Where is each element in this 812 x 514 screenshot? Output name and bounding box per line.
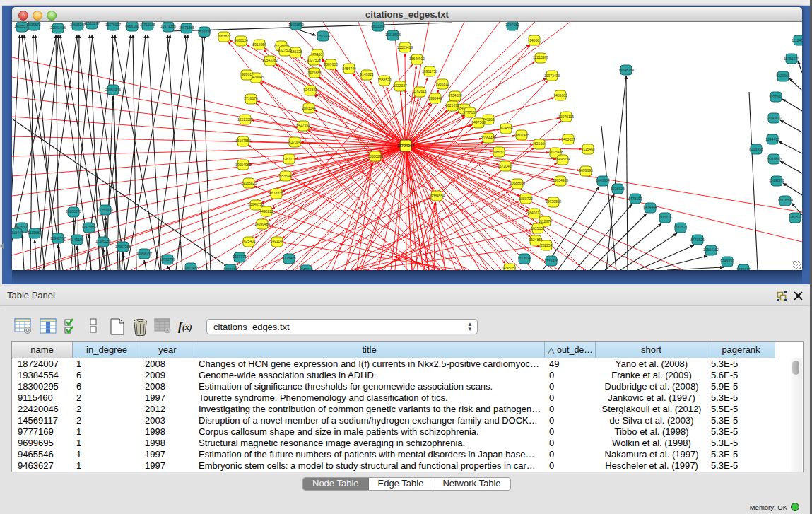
- svg-text:98961: 98961: [242, 72, 252, 76]
- svg-text:12975115: 12975115: [558, 115, 574, 119]
- svg-text:12093872: 12093872: [766, 116, 782, 120]
- svg-text:2087682: 2087682: [505, 23, 519, 27]
- svg-text:6479197: 6479197: [628, 197, 642, 201]
- svg-text:2035572: 2035572: [27, 23, 41, 27]
- svg-text:9777169: 9777169: [463, 110, 477, 115]
- svg-text:19756928: 19756928: [546, 199, 561, 204]
- svg-text:10654112: 10654112: [703, 247, 719, 252]
- svg-text:14808: 14808: [529, 38, 539, 42]
- svg-text:19635287: 19635287: [70, 23, 86, 27]
- svg-text:15692971: 15692971: [769, 178, 784, 182]
- svg-text:252254: 252254: [541, 243, 553, 247]
- svg-text:10046758: 10046758: [248, 202, 264, 206]
- svg-text:4498222: 4498222: [259, 209, 273, 214]
- svg-text:19384554: 19384554: [429, 194, 445, 198]
- svg-text:7485003: 7485003: [553, 93, 567, 98]
- svg-text:16495754: 16495754: [555, 157, 570, 161]
- svg-text:3267110: 3267110: [282, 157, 295, 161]
- svg-text:9227341: 9227341: [769, 95, 783, 99]
- svg-text:9203772: 9203772: [223, 267, 237, 270]
- svg-text:7663822: 7663822: [217, 34, 231, 38]
- svg-text:3475685: 3475685: [307, 71, 322, 75]
- svg-text:62160: 62160: [534, 141, 544, 146]
- svg-text:2803144: 2803144: [302, 106, 316, 110]
- svg-text:16782759: 16782759: [160, 257, 175, 262]
- svg-text:7886372: 7886372: [492, 150, 506, 154]
- svg-text:12942737: 12942737: [50, 236, 66, 240]
- svg-text:9524851: 9524851: [529, 238, 543, 242]
- svg-text:3915447: 3915447: [12, 230, 23, 235]
- svg-text:19218506: 19218506: [385, 33, 401, 37]
- svg-text:12505185: 12505185: [95, 239, 111, 243]
- svg-text:9657771: 9657771: [233, 255, 247, 259]
- svg-text:5938923: 5938923: [611, 187, 625, 191]
- svg-text:1588520: 1588520: [377, 78, 392, 82]
- svg-text:20691406: 20691406: [50, 25, 66, 30]
- svg-text:11124519: 11124519: [792, 38, 802, 42]
- svg-text:553594: 553594: [280, 174, 292, 178]
- svg-text:9245652: 9245652: [720, 259, 734, 263]
- svg-text:12923468: 12923468: [183, 266, 199, 270]
- svg-text:7515526: 7515526: [197, 30, 211, 34]
- svg-text:8813054: 8813054: [371, 24, 385, 28]
- svg-text:1621072: 1621072: [445, 103, 459, 107]
- svg-text:10719185: 10719185: [140, 23, 155, 27]
- svg-text:10807485: 10807485: [514, 133, 529, 137]
- svg-text:7632621: 7632621: [673, 225, 688, 229]
- svg-text:1244415: 1244415: [765, 137, 779, 141]
- svg-text:9699695: 9699695: [579, 168, 593, 173]
- svg-text:8471626: 8471626: [690, 238, 705, 242]
- svg-text:6466160: 6466160: [125, 24, 139, 28]
- svg-text:20053346: 20053346: [105, 88, 121, 92]
- svg-text:12213967: 12213967: [533, 55, 548, 59]
- svg-text:9329966: 9329966: [776, 74, 790, 78]
- svg-text:10543382: 10543382: [262, 58, 278, 62]
- svg-text:9327508: 9327508: [307, 58, 321, 62]
- svg-text:9245051: 9245051: [502, 266, 517, 270]
- svg-text:9242843: 9242843: [303, 88, 317, 92]
- svg-text:14099489: 14099489: [254, 222, 270, 226]
- svg-text:1880722: 1880722: [519, 197, 533, 201]
- svg-text:18300295: 18300295: [367, 154, 383, 158]
- svg-text:9660124: 9660124: [234, 38, 248, 42]
- svg-text:9115460: 9115460: [581, 147, 594, 151]
- svg-text:17957255: 17957255: [115, 245, 131, 249]
- svg-text:2867608: 2867608: [324, 62, 338, 66]
- svg-text:17359928: 17359928: [98, 208, 113, 212]
- svg-text:18724007: 18724007: [397, 144, 414, 148]
- svg-text:16033809: 16033809: [288, 23, 304, 27]
- svg-text:10671385: 10671385: [160, 24, 176, 28]
- svg-text:16648784: 16648784: [618, 68, 634, 72]
- svg-text:12213382: 12213382: [237, 117, 253, 122]
- svg-text:8454749: 8454749: [342, 66, 356, 71]
- svg-text:1162615: 1162615: [413, 89, 426, 93]
- svg-text:15751074: 15751074: [784, 57, 799, 61]
- svg-text:84067: 84067: [529, 211, 539, 215]
- svg-text:9463627: 9463627: [561, 137, 575, 141]
- svg-text:17016504: 17016504: [777, 198, 793, 202]
- svg-text:15720407: 15720407: [498, 164, 513, 168]
- svg-text:16671385: 16671385: [179, 25, 194, 30]
- svg-text:9146821: 9146821: [360, 72, 374, 76]
- svg-text:8215958: 8215958: [749, 147, 763, 151]
- svg-text:9245013: 9245013: [299, 267, 313, 270]
- svg-text:617004: 617004: [289, 140, 301, 144]
- svg-text:19166825: 19166825: [241, 181, 257, 185]
- svg-text:7357224: 7357224: [316, 34, 330, 38]
- svg-text:19958107: 19958107: [136, 252, 152, 256]
- svg-text:2935114: 2935114: [658, 215, 671, 219]
- svg-text:20206578: 20206578: [66, 209, 81, 214]
- svg-text:9474444: 9474444: [643, 205, 657, 209]
- svg-text:1612074: 1612074: [538, 219, 552, 223]
- svg-text:16107554: 16107554: [235, 139, 251, 143]
- svg-text:16210643: 16210643: [766, 157, 782, 161]
- svg-text:1145194: 1145194: [70, 238, 83, 242]
- svg-text:1513614: 1513614: [517, 256, 531, 260]
- svg-text:10688609: 10688609: [510, 181, 525, 185]
- svg-text:6734028: 6734028: [448, 93, 462, 98]
- svg-text:1167533: 1167533: [788, 215, 801, 219]
- svg-text:19654985: 19654985: [235, 163, 251, 167]
- svg-text:10973493: 10973493: [544, 74, 560, 78]
- svg-text:19975857: 19975857: [81, 225, 97, 229]
- svg-text:7625402: 7625402: [242, 239, 256, 243]
